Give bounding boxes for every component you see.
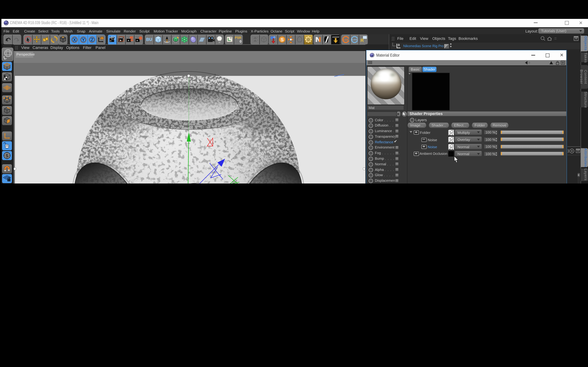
svg-text:0: 0 bbox=[398, 43, 400, 47]
svg-text:S: S bbox=[5, 153, 8, 158]
